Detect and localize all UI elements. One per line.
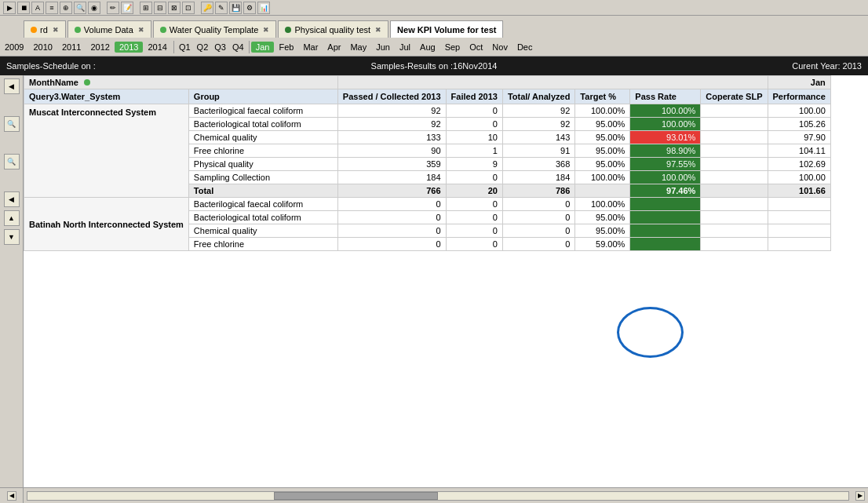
- toolbar-icon-18[interactable]: 📊: [257, 2, 270, 14]
- col-query: Query3.Water_System: [24, 89, 189, 104]
- batinah-total-2: 0: [502, 211, 574, 224]
- sidebar-btn-5[interactable]: ▼: [4, 229, 20, 245]
- toolbar-icon-1[interactable]: ▶: [3, 2, 16, 14]
- muscat-target-2: 95.00%: [575, 118, 630, 131]
- sidebar-btn-3[interactable]: ◀: [4, 191, 20, 207]
- nav-month-jan[interactable]: Jan: [251, 42, 275, 53]
- muscat-group-2: Bacteriological total coliform: [188, 118, 337, 131]
- batinah-perf-4: [768, 238, 830, 251]
- toolbar-icon-10[interactable]: ⊞: [140, 2, 152, 14]
- tab-label-rd: rd: [40, 25, 48, 35]
- toolbar-icon-8[interactable]: ✏: [107, 2, 119, 14]
- nav-q1[interactable]: Q1: [176, 42, 194, 53]
- nav-month-oct[interactable]: Oct: [465, 42, 487, 53]
- muscat-passrate-5: 97.55%: [630, 158, 701, 171]
- toolbar-icon-14[interactable]: 🔑: [201, 2, 213, 14]
- muscat-corp-6: [701, 171, 768, 184]
- batinah-group-2: Bacteriological total coliform: [188, 211, 337, 224]
- batinah-total-3: 0: [502, 224, 574, 238]
- nav-month-mar[interactable]: Mar: [298, 42, 323, 53]
- toolbar-icon-15[interactable]: ✎: [215, 2, 228, 14]
- batinah-passrate-4: [630, 238, 701, 251]
- nav-year-2012[interactable]: 2012: [86, 42, 114, 53]
- tab-physical-quality[interactable]: Physical quality test ✖: [278, 20, 388, 38]
- tab-volume-data[interactable]: Volume Data ✖: [67, 20, 151, 38]
- batinah-group-4: Free chlorine: [188, 238, 337, 251]
- muscat-group-6: Sampling Collection: [188, 171, 337, 184]
- tab-label-new-kpi: New KPI Volume for test: [397, 25, 496, 35]
- toolbar-icon-12[interactable]: ⊠: [168, 2, 181, 14]
- sidebar-btn-search[interactable]: 🔍: [4, 116, 20, 132]
- sidebar-btn-search2[interactable]: 🔍: [4, 154, 20, 169]
- nav-year-2010[interactable]: 2010: [28, 42, 57, 53]
- sidebar-btn-1[interactable]: ◀: [4, 78, 20, 94]
- toolbar-icon-9[interactable]: 📝: [121, 2, 133, 14]
- nav-year-2013[interactable]: 2013: [115, 42, 143, 53]
- horizontal-scrollbar[interactable]: [27, 491, 849, 501]
- tab-close-volume[interactable]: ✖: [138, 26, 144, 34]
- batinah-passed-1: 0: [337, 198, 446, 211]
- muscat-passrate-3: 93.01%: [630, 131, 701, 144]
- muscat-passed-1: 92: [337, 104, 446, 118]
- batinah-target-2: 95.00%: [575, 211, 630, 224]
- muscat-group-3: Chemical quality: [188, 131, 337, 144]
- nav-month-aug[interactable]: Aug: [415, 42, 440, 53]
- toolbar-icon-16[interactable]: 💾: [229, 2, 242, 14]
- nav-month-sep[interactable]: Sep: [440, 42, 465, 53]
- batinah-total-4: 0: [502, 238, 574, 251]
- sidebar-btn-4[interactable]: ▲: [4, 210, 20, 226]
- toolbar-icon-4[interactable]: ≡: [46, 2, 58, 14]
- nav-year-2014[interactable]: 2014: [143, 42, 171, 53]
- tab-water-quality[interactable]: Water Quality Template ✖: [153, 20, 277, 38]
- bottom-left-controls: ◀: [0, 488, 24, 504]
- toolbar-icon-17[interactable]: ⚙: [243, 2, 256, 14]
- batinah-target-4: 59.00%: [575, 238, 630, 251]
- nav-month-apr[interactable]: Apr: [323, 42, 345, 53]
- nav-month-may[interactable]: May: [345, 42, 371, 53]
- toolbar-icon-3[interactable]: A: [31, 2, 44, 14]
- toolbar-icon-11[interactable]: ⊟: [154, 2, 166, 14]
- nav-q2[interactable]: Q2: [194, 42, 212, 53]
- toolbar-icon-5[interactable]: ⊕: [60, 2, 72, 14]
- tab-dot-volume: [75, 27, 81, 33]
- col-header-row: Query3.Water_System Group Passed / Colle…: [24, 89, 831, 104]
- batinah-passed-3: 0: [337, 224, 446, 238]
- tab-label-volume: Volume Data: [84, 25, 133, 35]
- info-bar: Samples-Schedule on : Samples-Results on…: [0, 56, 868, 75]
- tab-close-physical[interactable]: ✖: [375, 26, 381, 34]
- nav-month-feb[interactable]: Feb: [274, 42, 298, 53]
- toolbar-icon-6[interactable]: 🔍: [74, 2, 86, 14]
- table-container[interactable]: MonthName Jan Query3.Water_System Group …: [24, 75, 868, 487]
- toolbar-icon-13[interactable]: ⊡: [182, 2, 195, 14]
- muscat-target-6: 100.00%: [575, 171, 630, 184]
- bottom-right-btn[interactable]: ▶: [852, 488, 868, 504]
- nav-q3[interactable]: Q3: [211, 42, 229, 53]
- nav-year-2009[interactable]: 2009: [0, 42, 28, 53]
- current-year-label: Curent Year: 2013: [577, 61, 862, 71]
- nav-month-jul[interactable]: Jul: [395, 42, 415, 53]
- muscat-target-4: 95.00%: [575, 144, 630, 158]
- tab-rd[interactable]: rd ✖: [24, 20, 66, 38]
- nav-month-jun[interactable]: Jun: [371, 42, 395, 53]
- tab-close-water[interactable]: ✖: [263, 26, 269, 34]
- muscat-failed-6: 0: [446, 171, 502, 184]
- muscat-group-4: Free chlorine: [188, 144, 337, 158]
- tab-close-rd[interactable]: ✖: [53, 26, 59, 34]
- nav-month-nov[interactable]: Nov: [487, 42, 512, 53]
- scrollbar-thumb[interactable]: [274, 492, 438, 500]
- nav-month-dec[interactable]: Dec: [512, 42, 538, 53]
- muscat-target-1: 100.00%: [575, 104, 630, 118]
- tab-label-physical: Physical quality test: [294, 25, 370, 35]
- nav-year-2011[interactable]: 2011: [57, 42, 86, 53]
- muscat-total-failed: 20: [446, 184, 502, 198]
- nav-q4[interactable]: Q4: [229, 42, 247, 53]
- main-table: MonthName Jan Query3.Water_System Group …: [24, 75, 831, 251]
- tab-dot-water: [160, 27, 166, 33]
- tab-new-kpi[interactable]: New KPI Volume for test: [390, 20, 503, 38]
- toolbar-icon-7[interactable]: ◉: [88, 2, 100, 14]
- muscat-total-corp: [701, 184, 768, 198]
- toolbar-icon-2[interactable]: ⏹: [17, 2, 30, 14]
- scroll-left-btn[interactable]: ◀: [7, 491, 16, 501]
- col-passed: Passed / Collected 2013: [337, 89, 446, 104]
- scroll-right-btn[interactable]: ▶: [855, 491, 865, 501]
